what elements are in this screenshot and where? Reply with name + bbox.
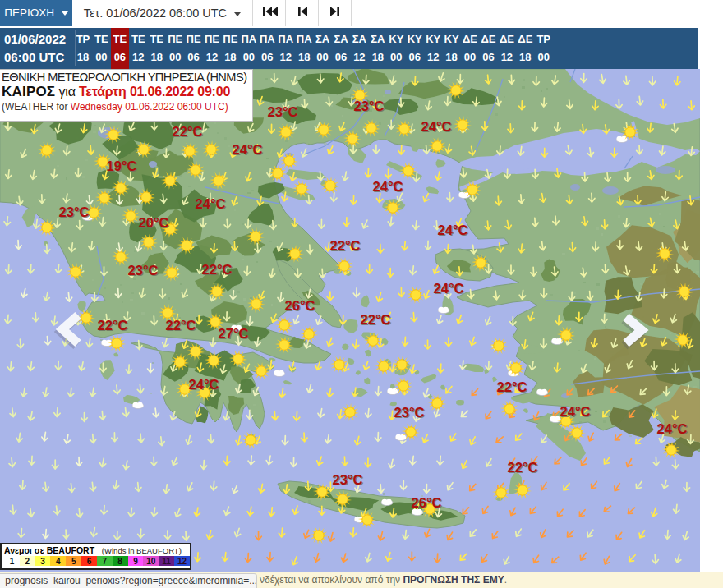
svg-text:24°C: 24°C [196,196,226,211]
svg-text:20°C: 20°C [139,215,169,230]
svg-text:22°C: 22°C [361,312,391,327]
svg-text:24°C: 24°C [434,281,464,296]
svg-text:27°C: 27°C [219,326,249,341]
svg-text:22°C: 22°C [330,238,361,253]
svg-text:24°C: 24°C [189,377,219,392]
svg-text:22°C: 22°C [202,262,233,277]
svg-text:24°C: 24°C [373,179,403,194]
svg-text:23°C: 23°C [268,104,298,119]
svg-text:24°C: 24°C [560,404,591,419]
svg-text:24°C: 24°C [657,421,688,436]
svg-text:26°C: 26°C [412,495,442,510]
svg-text:26°C: 26°C [285,298,315,313]
svg-text:23°C: 23°C [333,472,363,487]
svg-text:22°C: 22°C [508,460,538,475]
svg-text:22°C: 22°C [166,318,196,333]
svg-text:24°C: 24°C [438,223,468,237]
svg-text:23°C: 23°C [128,263,159,278]
svg-text:24°C: 24°C [233,142,263,157]
svg-text:22°C: 22°C [497,379,527,394]
svg-text:23°C: 23°C [59,204,90,219]
svg-text:23°C: 23°C [394,405,425,420]
svg-text:22°C: 22°C [98,318,128,333]
svg-text:22°C: 22°C [173,124,203,139]
svg-text:24°C: 24°C [421,119,452,134]
svg-text:19°C: 19°C [107,158,137,173]
svg-text:23°C: 23°C [354,99,385,113]
